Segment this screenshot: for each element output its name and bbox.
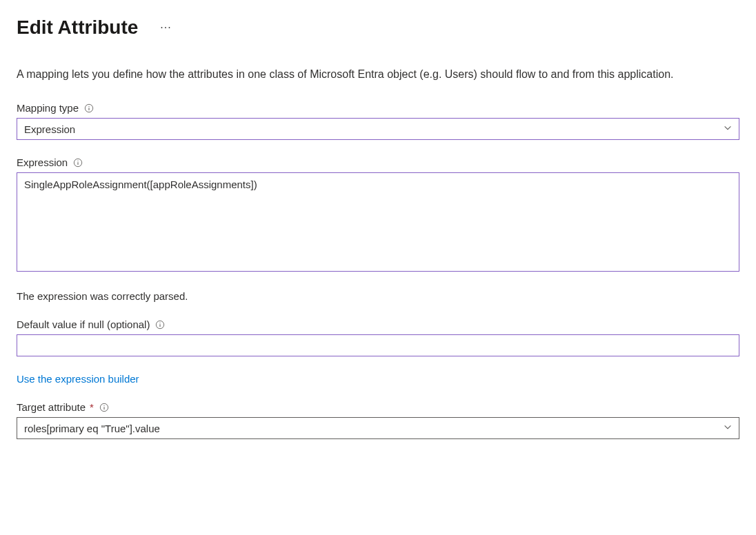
mapping-type-field: Mapping type Expression	[17, 102, 739, 140]
svg-point-7	[160, 322, 161, 323]
required-indicator: *	[90, 401, 94, 413]
mapping-type-value: Expression	[24, 123, 75, 135]
expression-builder-link[interactable]: Use the expression builder	[17, 373, 139, 385]
expression-status: The expression was correctly parsed.	[17, 290, 739, 302]
info-icon[interactable]	[155, 320, 165, 330]
mapping-type-select[interactable]: Expression	[17, 118, 739, 140]
target-attribute-label: Target attribute	[17, 401, 86, 413]
info-icon[interactable]	[99, 403, 109, 412]
mapping-type-label: Mapping type	[17, 102, 79, 114]
svg-point-1	[89, 105, 90, 106]
expression-field: Expression	[17, 157, 739, 274]
page-title: Edit Attribute	[17, 17, 138, 39]
expression-input[interactable]	[17, 172, 739, 272]
svg-point-4	[78, 160, 79, 161]
more-actions-button[interactable]: ···	[157, 19, 174, 37]
target-attribute-select[interactable]: roles[primary eq "True"].value	[17, 417, 739, 439]
expression-label: Expression	[17, 157, 68, 168]
target-attribute-field: Target attribute * roles[primary eq "Tru…	[17, 401, 739, 439]
info-icon[interactable]	[73, 158, 83, 168]
target-attribute-value: roles[primary eq "True"].value	[24, 423, 160, 434]
page-description: A mapping lets you define how the attrib…	[17, 66, 734, 83]
default-value-label: Default value if null (optional)	[17, 319, 150, 330]
info-icon[interactable]	[84, 103, 94, 113]
svg-point-10	[103, 405, 104, 405]
default-value-field: Default value if null (optional)	[17, 319, 739, 356]
default-value-input[interactable]	[17, 334, 739, 356]
